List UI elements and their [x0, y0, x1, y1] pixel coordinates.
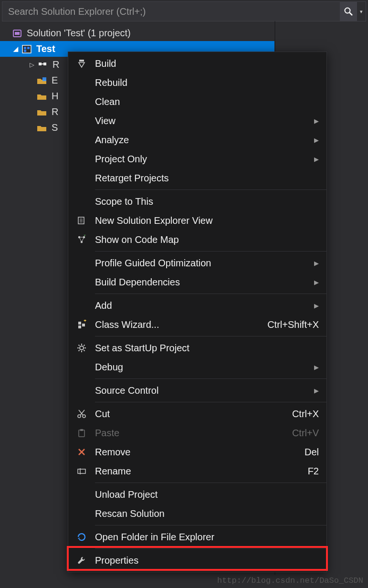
- search-dropdown-icon[interactable]: ▾: [357, 2, 366, 21]
- menu-build-deps[interactable]: Build Dependencies ▶: [68, 273, 326, 292]
- svg-line-1: [350, 13, 353, 16]
- menu-separator: [95, 548, 326, 549]
- svg-line-31: [84, 350, 84, 351]
- search-icon[interactable]: [340, 2, 357, 21]
- menu-build[interactable]: Build: [68, 54, 326, 73]
- menu-label: Add: [95, 300, 309, 311]
- menu-label: Retarget Projects: [95, 173, 319, 184]
- svg-rect-3: [15, 32, 20, 35]
- menu-analyze[interactable]: Analyze ▶: [68, 130, 326, 149]
- menu-label: New Solution Explorer View: [95, 215, 319, 226]
- menu-retarget[interactable]: Retarget Projects: [68, 168, 326, 188]
- menu-label: Show on Code Map: [95, 234, 319, 245]
- menu-remove[interactable]: Remove Del: [68, 442, 326, 462]
- expand-icon[interactable]: ▷: [28, 61, 36, 68]
- menu-shortcut: Del: [299, 447, 319, 458]
- submenu-arrow-icon: ▶: [309, 302, 319, 309]
- svg-rect-8: [39, 63, 42, 65]
- wrench-icon: [68, 556, 95, 565]
- menu-label: Source Control: [95, 385, 309, 396]
- folder-icon: [36, 108, 48, 116]
- menu-label: Open Folder in File Explorer: [95, 532, 319, 543]
- menu-view[interactable]: View ▶: [68, 111, 326, 130]
- menu-add[interactable]: Add ▶: [68, 296, 326, 315]
- tree-item-label: E: [52, 75, 58, 86]
- menu-label: Properties: [95, 555, 319, 566]
- solution-node[interactable]: Solution 'Test' (1 project): [0, 25, 368, 41]
- menu-separator: [95, 483, 326, 483]
- folder-icon: [36, 124, 48, 132]
- search-bar: ▾: [2, 1, 366, 21]
- menu-label: Clean: [95, 96, 319, 107]
- svg-rect-5: [24, 47, 26, 49]
- svg-rect-9: [43, 63, 46, 65]
- rename-icon: [68, 466, 95, 476]
- menu-open-folder[interactable]: Open Folder in File Explorer: [68, 527, 326, 546]
- references-icon: [37, 61, 49, 69]
- submenu-arrow-icon: ▶: [309, 260, 319, 267]
- menu-shortcut: Ctrl+X: [286, 409, 319, 420]
- new-view-icon: [68, 216, 95, 225]
- menu-label: Cut: [95, 409, 286, 420]
- code-map-icon: +: [68, 235, 95, 244]
- menu-rebuild[interactable]: Rebuild: [68, 73, 326, 92]
- submenu-arrow-icon: ▶: [309, 387, 319, 394]
- collapse-icon[interactable]: ◢: [11, 45, 20, 52]
- svg-rect-42: [78, 469, 85, 473]
- menu-new-explorer-view[interactable]: New Solution Explorer View: [68, 211, 326, 230]
- menu-set-startup[interactable]: Set as StartUp Project: [68, 338, 326, 357]
- menu-label: Unload Project: [95, 489, 319, 500]
- gear-icon: [68, 343, 95, 353]
- context-menu: Build Rebuild Clean View ▶ Analyze ▶ Pro…: [68, 52, 327, 572]
- menu-separator: [95, 525, 326, 525]
- menu-debug[interactable]: Debug ▶: [68, 357, 326, 377]
- menu-label: Remove: [95, 447, 299, 458]
- menu-shortcut: Ctrl+V: [286, 428, 319, 439]
- svg-rect-4: [22, 45, 31, 53]
- menu-properties[interactable]: Properties: [68, 551, 326, 570]
- menu-label: Project Only: [95, 154, 309, 165]
- menu-scope[interactable]: Scope to This: [68, 192, 326, 211]
- svg-line-32: [79, 350, 80, 351]
- svg-rect-7: [24, 50, 26, 52]
- solution-icon: [11, 29, 23, 38]
- submenu-arrow-icon: ▶: [309, 117, 319, 125]
- submenu-arrow-icon: ▶: [309, 364, 319, 371]
- paste-icon: [68, 428, 95, 438]
- menu-label: Rename: [95, 466, 302, 477]
- menu-project-only[interactable]: Project Only ▶: [68, 149, 326, 168]
- menu-pgo[interactable]: Profile Guided Optimization ▶: [68, 253, 326, 273]
- project-label: Test: [36, 43, 55, 54]
- menu-label: Class Wizard...: [95, 319, 262, 330]
- remove-icon: [68, 447, 95, 457]
- menu-rescan[interactable]: Rescan Solution: [68, 504, 326, 523]
- search-input[interactable]: [2, 2, 340, 21]
- tree-item-label: R: [53, 59, 59, 70]
- menu-clean[interactable]: Clean: [68, 92, 326, 111]
- menu-separator: [95, 251, 326, 252]
- solution-label: Solution 'Test' (1 project): [27, 28, 131, 39]
- menu-label: Set as StartUp Project: [95, 343, 319, 354]
- menu-label: Rebuild: [95, 77, 319, 88]
- svg-rect-21: [78, 322, 81, 325]
- svg-line-30: [79, 345, 80, 346]
- menu-separator: [95, 402, 326, 402]
- svg-rect-39: [80, 429, 83, 431]
- cut-icon: [68, 409, 95, 419]
- menu-code-map[interactable]: + Show on Code Map: [68, 230, 326, 249]
- svg-rect-12: [79, 60, 84, 62]
- menu-class-wizard[interactable]: ✦ Class Wizard... Ctrl+Shift+X: [68, 315, 326, 334]
- menu-separator: [95, 378, 326, 379]
- menu-paste: Paste Ctrl+V: [68, 423, 326, 442]
- svg-rect-38: [79, 430, 84, 437]
- menu-source-control[interactable]: Source Control ▶: [68, 381, 326, 400]
- menu-label: Analyze: [95, 135, 309, 146]
- menu-label: Build Dependencies: [95, 277, 309, 288]
- class-wizard-icon: ✦: [68, 320, 95, 329]
- tree-item-label: H: [52, 91, 58, 102]
- menu-cut[interactable]: Cut Ctrl+X: [68, 404, 326, 423]
- menu-rename[interactable]: Rename F2: [68, 462, 326, 481]
- submenu-arrow-icon: ▶: [309, 279, 319, 286]
- menu-unload[interactable]: Unload Project: [68, 485, 326, 504]
- svg-rect-11: [42, 77, 46, 81]
